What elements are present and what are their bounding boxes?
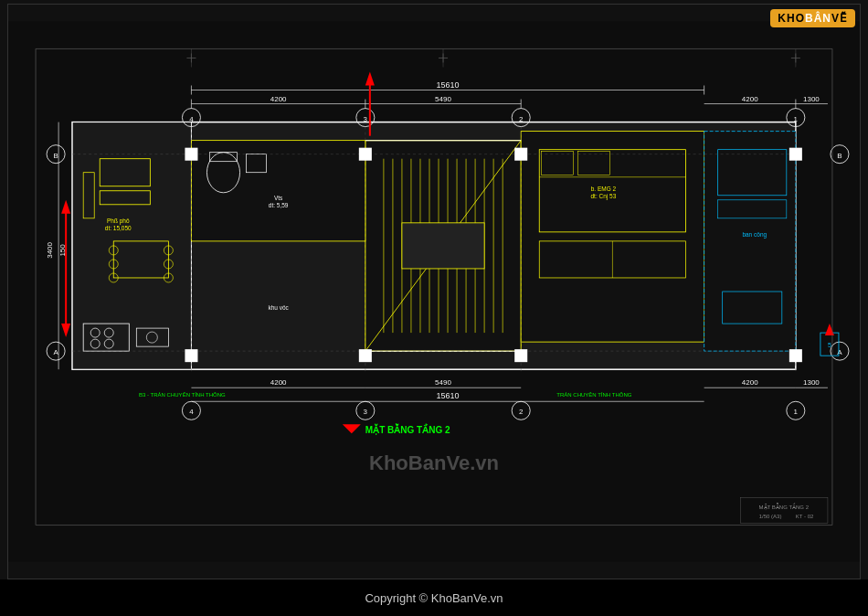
- svg-text:15610: 15610: [437, 80, 460, 90]
- svg-text:1: 1: [794, 115, 799, 123]
- svg-text:4200: 4200: [270, 95, 287, 103]
- svg-text:khu vöc: khu vöc: [268, 304, 289, 311]
- svg-text:4200: 4200: [270, 378, 287, 387]
- svg-rect-141: [359, 349, 372, 362]
- svg-rect-139: [789, 148, 802, 161]
- svg-text:5490: 5490: [435, 378, 451, 387]
- svg-text:4200: 4200: [742, 378, 758, 387]
- svg-text:5490: 5490: [435, 95, 451, 103]
- drawing-area: 4200 5490 15610 4200 1300 4200: [7, 4, 861, 579]
- logo-text: KHOBÂNVẼ: [778, 12, 848, 25]
- svg-text:MẶT BẰNG TẦNG 2: MẶT BẰNG TẦNG 2: [759, 503, 810, 511]
- logo[interactable]: KHOBÂNVẼ: [770, 9, 855, 27]
- svg-text:Vts: Vts: [274, 195, 283, 201]
- svg-rect-136: [185, 148, 197, 161]
- svg-text:1/50 (A3): 1/50 (A3): [759, 514, 782, 519]
- svg-text:B: B: [53, 152, 58, 160]
- svg-text:B: B: [837, 152, 842, 160]
- svg-text:5: 5: [828, 342, 831, 348]
- svg-text:1300: 1300: [803, 95, 820, 103]
- blueprint-svg: 4200 5490 15610 4200 1300 4200: [8, 5, 860, 579]
- svg-text:1: 1: [794, 408, 799, 416]
- svg-text:3400: 3400: [46, 241, 54, 258]
- svg-text:MẶT BẰNG TẦNG 2: MẶT BẰNG TẦNG 2: [365, 423, 450, 435]
- copyright-text: Copyright © KhoBanVe.vn: [365, 591, 503, 605]
- svg-text:dt: Cnj 53: dt: Cnj 53: [590, 193, 616, 200]
- svg-text:B3 - TRÁN CHUYÊN TÍNH THÔNG: B3 - TRÁN CHUYÊN TÍNH THÔNG: [139, 391, 226, 398]
- svg-text:A: A: [53, 348, 58, 356]
- svg-text:TRÁN CHUYÊN TÍNH THÔNG: TRÁN CHUYÊN TÍNH THÔNG: [556, 391, 631, 398]
- svg-rect-143: [789, 349, 802, 362]
- svg-text:3: 3: [364, 408, 368, 416]
- svg-text:4: 4: [189, 115, 194, 123]
- svg-text:2: 2: [519, 408, 524, 416]
- svg-rect-140: [185, 349, 197, 362]
- svg-rect-42: [402, 223, 484, 269]
- footer: Copyright © KhoBanVe.vn: [0, 579, 868, 616]
- svg-rect-138: [514, 148, 527, 161]
- svg-text:KhoBanVe.vn: KhoBanVe.vn: [369, 451, 499, 474]
- svg-text:2: 2: [519, 115, 524, 123]
- svg-text:ban cöng: ban cöng: [742, 231, 767, 239]
- svg-rect-137: [359, 148, 372, 161]
- svg-text:dt: 15,050: dt: 15,050: [105, 225, 132, 231]
- svg-rect-142: [514, 349, 527, 362]
- svg-rect-3: [72, 122, 191, 370]
- svg-text:1300: 1300: [803, 378, 820, 387]
- svg-text:4: 4: [189, 408, 194, 416]
- svg-text:b. EMG 2: b. EMG 2: [591, 186, 617, 192]
- svg-rect-5: [191, 141, 365, 241]
- svg-text:Phß phô: Phß phô: [107, 218, 130, 225]
- svg-text:4200: 4200: [742, 95, 758, 103]
- svg-text:KT - 02: KT - 02: [796, 514, 814, 519]
- svg-text:15610: 15610: [437, 391, 460, 400]
- svg-rect-6: [521, 132, 704, 342]
- svg-text:3: 3: [364, 115, 368, 123]
- main-container: KHOBÂNVẼ: [0, 0, 868, 616]
- svg-text:dt: 5,59: dt: 5,59: [269, 202, 289, 208]
